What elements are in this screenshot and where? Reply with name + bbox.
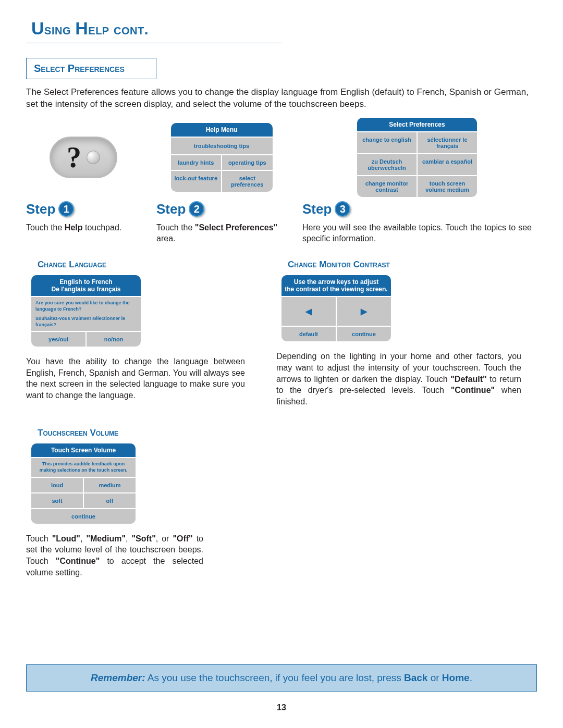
change-contrast-title: Change Monitor Contrast [288,260,521,270]
remember-bar: Remember: As you use the touchscreen, if… [26,664,537,692]
volume-panel-note: This provides audible feedback upon maki… [31,457,136,476]
contrast-default-button[interactable]: default [282,327,336,341]
change-language-panel: English to French De l'anglais au frança… [31,275,141,347]
help-menu-select-prefs[interactable]: select preferences [221,171,273,192]
prefs-english[interactable]: change to english [357,132,417,153]
contrast-continue-button[interactable]: continue [336,327,391,341]
volume-panel-header: Touch Screen Volume [31,443,136,457]
prefs-german[interactable]: zu Deutsch überwechseln [357,154,417,175]
lang-question-fr: Souhaitez-vous vraiment sélectionner le … [31,316,141,331]
step-3-text: Here you will see the available topics. … [302,223,532,244]
section-heading: Select Preferences [34,63,125,74]
step-number-3: 3 [335,201,350,217]
prefs-spanish[interactable]: cambiar a español [417,154,477,175]
change-language-title: Change Language [38,260,245,270]
help-menu-laundry[interactable]: laundry hints [171,155,222,170]
contrast-panel: Use the arrow keys to adjust the contras… [282,275,391,341]
volume-soft-button[interactable]: soft [31,493,83,508]
arrow-right-icon: ▶ [361,307,367,316]
contrast-left-arrow[interactable]: ◀ [282,297,336,326]
arrow-left-icon: ◀ [305,307,312,316]
step-1-column: ? Step 1 Touch the Help touchpad. [26,121,141,244]
volume-body: Touch "Loud", "Medium", "Soft", or "Off"… [26,533,203,578]
step-3-column: Select Preferences change to english sél… [302,121,532,244]
led-dot-icon [87,151,100,164]
step-2-text: Touch the "Select Preferences" area. [156,223,287,244]
help-menu-title: Help Menu [171,123,273,137]
change-contrast-body: Depending on the lighting in your home a… [276,351,521,407]
prefs-contrast[interactable]: change monitor contrast [357,176,417,197]
intro-paragraph: The Select Preferences feature allows yo… [26,87,537,110]
volume-medium-button[interactable]: medium [83,478,136,492]
volume-off-button[interactable]: off [83,493,136,508]
volume-loud-button[interactable]: loud [31,478,83,492]
change-contrast-section: Change Monitor Contrast Use the arrow ke… [276,260,521,407]
page-number: 13 [0,703,563,712]
help-touchpad-graphic: ? [50,137,117,178]
help-menu-lockout[interactable]: lock-out feature [171,171,222,192]
contrast-right-arrow[interactable]: ▶ [336,297,391,326]
lang-yes-button[interactable]: yes/oui [31,332,85,347]
help-menu-troubleshooting[interactable]: troubleshooting tips [171,137,273,154]
steps-row: ? Step 1 Touch the Help touchpad. Help M… [26,121,537,244]
volume-panel: Touch Screen Volume This provides audibl… [31,443,136,523]
change-language-section: Change Language English to French De l'a… [26,260,245,407]
step-label: Step [26,201,55,217]
touchscreen-volume-section: Touchscreen Volume Touch Screen Volume T… [26,428,203,578]
contrast-panel-header: Use the arrow keys to adjust the contras… [282,275,391,296]
section-heading-box: Select Preferences [26,58,156,79]
title-rule [26,43,282,43]
step-number-1: 1 [58,201,74,217]
detail-row: Change Language English to French De l'a… [26,260,537,407]
step-label: Step [156,201,186,217]
lang-panel-header: English to French De l'anglais au frança… [31,275,141,296]
change-language-body: You have the ability to change the langu… [26,356,245,401]
volume-title: Touchscreen Volume [38,428,203,438]
volume-continue-button[interactable]: continue [31,508,136,524]
prefs-volume[interactable]: touch screen volume medium [417,176,477,197]
help-menu-panel: Help Menu troubleshooting tips laundry h… [171,123,273,192]
lang-question-en: Are you sure you would like to change th… [31,296,141,315]
page-title: UUsing Help cont.sing Help cont. [31,18,537,39]
prefs-title: Select Preferences [357,118,477,131]
step-label: Step [302,201,332,217]
help-menu-operating[interactable]: operating tips [221,155,273,170]
step-2-column: Help Menu troubleshooting tips laundry h… [156,121,287,244]
prefs-french[interactable]: sélectionner le français [417,132,477,153]
question-mark-icon: ? [67,141,81,174]
step-number-2: 2 [189,201,204,217]
lang-no-button[interactable]: no/non [85,332,141,347]
select-preferences-panel: Select Preferences change to english sél… [357,118,477,197]
step-1-text: Touch the Help touchpad. [26,223,141,233]
